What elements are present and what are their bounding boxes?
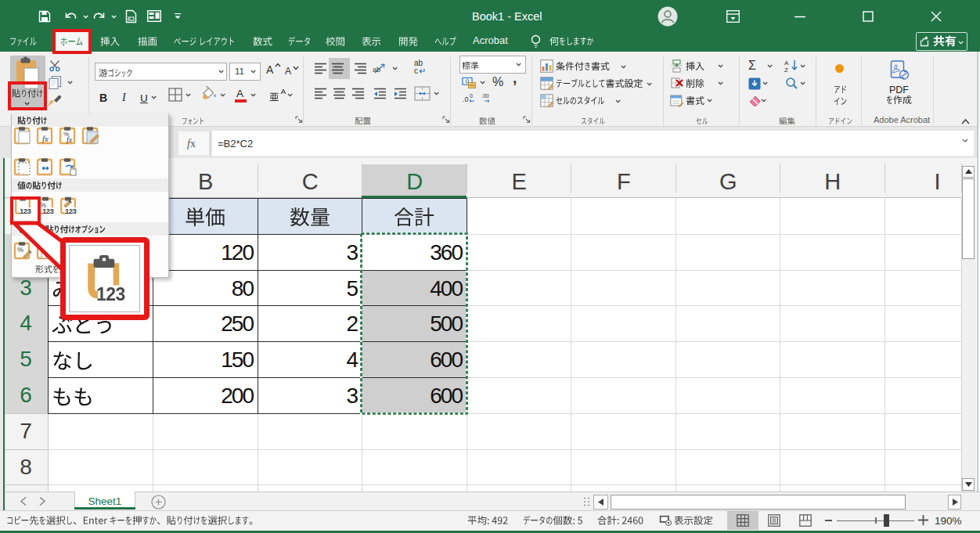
svg-text:fx: fx [42, 134, 49, 143]
svg-text:fx: fx [67, 135, 73, 144]
svg-text:.00: .00 [481, 93, 489, 99]
svg-text:ab: ab [373, 66, 380, 74]
svg-text:123: 123 [96, 284, 125, 304]
svg-text:%: % [40, 201, 46, 209]
svg-text:A: A [784, 59, 789, 67]
svg-text:123: 123 [65, 207, 77, 215]
svg-text:c: c [414, 67, 418, 75]
svg-text:.0: .0 [463, 95, 469, 103]
svg-text:Z: Z [784, 67, 788, 73]
svg-text:0: 0 [470, 93, 473, 99]
